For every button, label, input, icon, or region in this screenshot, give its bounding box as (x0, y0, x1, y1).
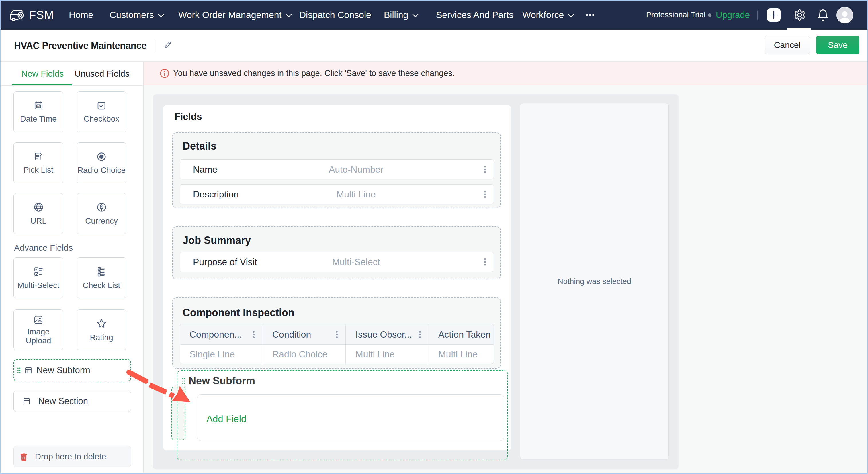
svg-text:01: 01 (37, 105, 40, 108)
